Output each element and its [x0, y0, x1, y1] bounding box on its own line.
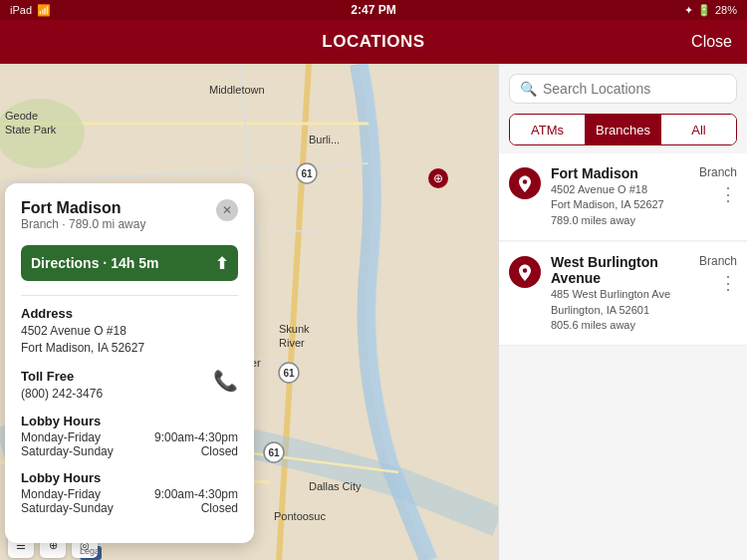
tab-branches[interactable]: Branches [585, 115, 660, 144]
card-title: Fort Madison [21, 199, 145, 217]
phone-icon[interactable]: 📞 [213, 369, 238, 393]
address-line2: Fort Madison, IA 52627 [21, 340, 238, 357]
mon-fri-time-1: 9:00am-4:30pm [154, 430, 238, 444]
wifi-icon: 📶 [37, 4, 51, 17]
search-input[interactable] [543, 81, 726, 97]
status-right: ✦ 🔋 28% [684, 4, 737, 17]
location-info-1: West Burlington Avenue 485 West Burlingt… [551, 254, 689, 333]
top-bar: LOCATIONS Close [0, 20, 747, 64]
mon-fri-label-2: Monday-Friday [21, 487, 101, 501]
location-type-0: Branch [699, 165, 737, 179]
sat-sun-time-1: Closed [201, 444, 238, 458]
location-addr2-1: Burlington, IA 52601 [551, 303, 689, 318]
location-list: Fort Madison 4502 Avenue O #18 Fort Madi… [499, 153, 747, 560]
card-header: Fort Madison Branch · 789.0 mi away ✕ [21, 199, 238, 241]
more-button-0[interactable]: ⋮ [719, 183, 737, 205]
card-subtitle: Branch · 789.0 mi away [21, 217, 145, 231]
status-bar: iPad 📶 2:47 PM ✦ 🔋 28% [0, 0, 747, 20]
battery-pct: 28% [715, 4, 737, 16]
location-distance-0: 789.0 miles away [551, 213, 689, 228]
tab-bar: ATMs Branches All [509, 114, 737, 145]
location-addr2-0: Fort Madison, IA 52627 [551, 197, 689, 212]
main-content: 61 61 61 61 ⊕ Middletown Burli... GeodeS… [0, 64, 747, 560]
directions-label: Directions · 14h 5m [31, 255, 158, 271]
location-icon-1 [509, 256, 541, 288]
sat-sun-label-2: Saturday-Sunday [21, 501, 114, 515]
bluetooth-icon: ✦ [684, 4, 693, 17]
map-area[interactable]: 61 61 61 61 ⊕ Middletown Burli... GeodeS… [0, 64, 498, 560]
hours-row-ss-1: Saturday-Sunday Closed [21, 444, 238, 458]
close-button[interactable]: Close [691, 33, 732, 51]
share-icon: ⬆ [215, 254, 228, 273]
lobby-hours-2: Lobby Hours Monday-Friday 9:00am-4:30pm … [21, 470, 238, 515]
location-card: Fort Madison Branch · 789.0 mi away ✕ Di… [5, 183, 254, 543]
sat-sun-label-1: Saturday-Sunday [21, 444, 114, 458]
list-item[interactable]: West Burlington Avenue 485 West Burlingt… [499, 242, 747, 346]
lobby-hours-1: Lobby Hours Monday-Friday 9:00am-4:30pm … [21, 414, 238, 458]
location-name-0: Fort Madison [551, 165, 689, 181]
tab-all[interactable]: All [660, 115, 736, 144]
list-item[interactable]: Fort Madison 4502 Avenue O #18 Fort Madi… [499, 153, 747, 241]
location-icon-0 [509, 167, 541, 199]
lobby-hours-2-label: Lobby Hours [21, 470, 238, 485]
location-addr1-0: 4502 Avenue O #18 [551, 182, 689, 197]
tab-atms[interactable]: ATMs [510, 115, 585, 144]
search-bar: 🔍 [499, 64, 747, 110]
lobby-hours-1-label: Lobby Hours [21, 414, 238, 428]
location-info-0: Fort Madison 4502 Avenue O #18 Fort Madi… [551, 165, 689, 228]
status-time: 2:47 PM [351, 3, 395, 17]
mon-fri-label-1: Monday-Friday [21, 430, 101, 444]
map-label-pontoosuc: Pontoosuc [274, 510, 326, 522]
location-type-wrap-0: Branch ⋮ [699, 165, 737, 205]
svg-text:61: 61 [301, 168, 313, 179]
location-addr1-1: 485 West Burlington Ave [551, 287, 689, 302]
mon-fri-time-2: 9:00am-4:30pm [154, 487, 238, 501]
legal-text: Legal [80, 546, 102, 556]
address-line1: 4502 Avenue O #18 [21, 323, 238, 340]
card-close-button[interactable]: ✕ [216, 199, 238, 221]
address-label: Address [21, 306, 238, 321]
phone-row: Toll Free (800) 242-3476 📞 [21, 369, 238, 403]
page-title: LOCATIONS [322, 32, 424, 52]
map-label-skunk: SkunkRiver [279, 322, 310, 351]
hours-row-ss-2: Saturday-Sunday Closed [21, 501, 238, 515]
map-label-middletown: Middletown [209, 84, 265, 96]
card-divider [21, 295, 238, 296]
ipad-label: iPad [10, 4, 32, 16]
hours-row-mf-1: Monday-Friday 9:00am-4:30pm [21, 430, 238, 444]
svg-text:61: 61 [283, 368, 295, 379]
location-type-wrap-1: Branch ⋮ [699, 254, 737, 294]
map-label-geode: GeodeState Park [5, 109, 56, 138]
hours-row-mf-2: Monday-Friday 9:00am-4:30pm [21, 487, 238, 501]
search-icon: 🔍 [520, 81, 537, 97]
location-name-1: West Burlington Avenue [551, 254, 689, 286]
phone-number: (800) 242-3476 [21, 386, 103, 403]
map-label-dallas: Dallas City [309, 480, 362, 492]
map-label-burlington: Burli... [309, 134, 340, 145]
status-left: iPad 📶 [10, 4, 51, 17]
search-input-wrap: 🔍 [509, 74, 737, 104]
battery-icon: 🔋 [697, 4, 711, 17]
location-distance-1: 805.6 miles away [551, 318, 689, 333]
address-section: Address 4502 Avenue O #18 Fort Madison, … [21, 306, 238, 357]
toll-free-label: Toll Free [21, 369, 103, 384]
svg-text:61: 61 [268, 447, 280, 458]
right-panel: 🔍 ATMs Branches All Fort Madison 4502 Av… [498, 64, 747, 560]
location-type-1: Branch [699, 254, 737, 268]
svg-text:⊕: ⊕ [433, 171, 443, 185]
directions-button[interactable]: Directions · 14h 5m ⬆ [21, 245, 238, 281]
more-button-1[interactable]: ⋮ [719, 272, 737, 294]
phone-section: Toll Free (800) 242-3476 📞 [21, 369, 238, 403]
sat-sun-time-2: Closed [201, 501, 238, 515]
